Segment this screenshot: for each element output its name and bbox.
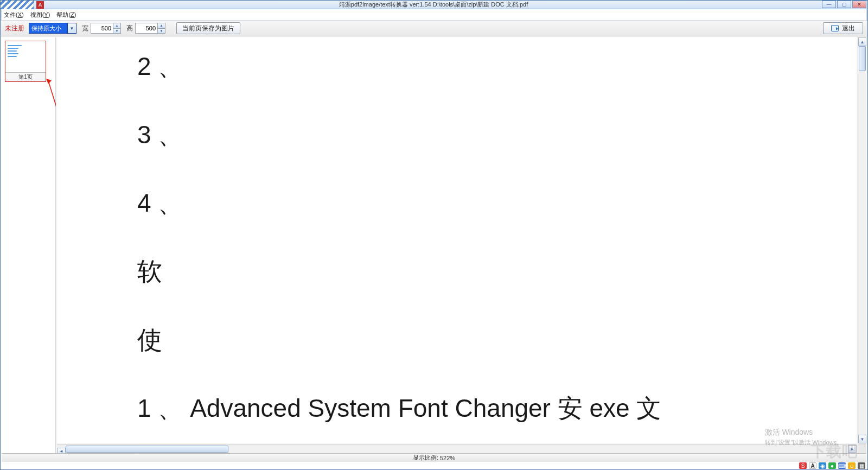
hscroll-thumb[interactable] [66,446,228,453]
vertical-scrollbar[interactable]: ▲ ▼ [858,37,866,443]
doc-line-3: 3 、 [137,122,183,147]
ime-settings-icon[interactable]: ▦ [858,462,865,469]
ime-mic-icon[interactable]: ● [828,462,836,469]
main-pane: 2 、 3 、 4 、 软 使 1 、 Advanced System Font… [56,37,866,453]
horizontal-scrollbar[interactable]: ◄ ► [57,444,857,453]
width-label: 宽 [82,24,88,33]
ime-globe-icon[interactable]: ◉ [819,462,826,469]
scroll-down-button[interactable]: ▼ [858,435,866,443]
width-spin-buttons[interactable]: ▲▼ [113,23,120,33]
body: 第1页 2 、 3 、 4 、 软 使 1 、 Advanced System … [2,37,866,453]
ime-mode-icon[interactable]: A [809,462,816,469]
doc-line-4: 4 、 [137,190,183,215]
doc-line-1: 1 、 Advanced System Font Changer 安 exe 文 [137,396,661,421]
height-spin-buttons[interactable]: ▲▼ [157,23,165,33]
exit-icon [831,25,839,31]
chevron-down-icon[interactable]: ▼ [67,23,76,33]
hscroll-track[interactable] [66,446,848,453]
scroll-right-button[interactable]: ► [848,445,857,453]
title-bar: A 靖源pdf2image/text转换器 ver:1.54 D:\tools\… [1,1,867,9]
height-input[interactable] [136,23,157,33]
menu-file[interactable]: 文件(X) [4,11,24,19]
doc-line-use: 使 [137,327,162,352]
scrollbar-corner [858,444,866,453]
menu-view[interactable]: 视图(Y) [30,11,50,19]
toolbar: 未注册 保持原大小 ▼ 宽 ▲▼ 高 ▲▼ 当前页保存为图片 退出 [1,20,867,36]
width-input[interactable] [91,23,113,33]
desktop-strip [1,462,867,469]
zoom-status-value: 522% [440,455,455,461]
page-1-thumbnail[interactable]: 第1页 [5,41,46,82]
document-viewport[interactable]: 2 、 3 、 4 、 软 使 1 、 Advanced System Font… [57,37,857,443]
thumbnail-preview [5,41,46,73]
ime-emoji-icon[interactable]: ☺ [848,462,856,469]
svg-marker-1 [46,79,52,84]
thumbnail-label: 第1页 [5,73,46,81]
menu-bar: 文件(X) 视图(Y) 帮助(Z) [1,9,867,20]
minimize-button[interactable]: — [822,1,836,8]
status-bar: 显示比例: 522% [2,453,866,462]
window-title: 靖源pdf2image/text转换器 ver:1.54 D:\tools\桌面… [46,1,821,9]
vscroll-track[interactable] [858,46,866,435]
zoom-mode-combo[interactable]: 保持原大小 ▼ [29,23,76,34]
title-hatch-deco [1,1,34,9]
zoom-status-label: 显示比例: [413,454,438,462]
height-spinner[interactable]: ▲▼ [135,23,165,34]
doc-line-soft: 软 [137,259,162,284]
system-tray: S A ◉ ● ⌨ ☺ ▦ [799,462,865,469]
save-page-as-image-button[interactable]: 当前页保存为图片 [176,22,240,34]
doc-line-2: 2 、 [137,54,183,79]
menu-help[interactable]: 帮助(Z) [56,11,76,19]
scroll-up-button[interactable]: ▲ [858,37,866,46]
app-icon: A [36,1,44,9]
thumbnail-pane: 第1页 [2,37,56,453]
exit-button[interactable]: 退出 [823,22,863,34]
maximize-button[interactable]: ▢ [837,1,851,8]
zoom-mode-value: 保持原大小 [31,24,61,33]
ime-sogou-icon[interactable]: S [799,462,807,469]
vscroll-thumb[interactable] [859,46,866,71]
diagonal-line-graphic [502,37,857,232]
unregistered-label: 未注册 [5,24,24,33]
height-label: 高 [126,24,133,33]
close-button[interactable]: ✕ [852,1,866,8]
exit-label: 退出 [842,24,855,33]
width-spinner[interactable]: ▲▼ [91,23,121,34]
window-controls: — ▢ ✕ [821,1,866,9]
ime-keyboard-icon[interactable]: ⌨ [838,462,846,469]
